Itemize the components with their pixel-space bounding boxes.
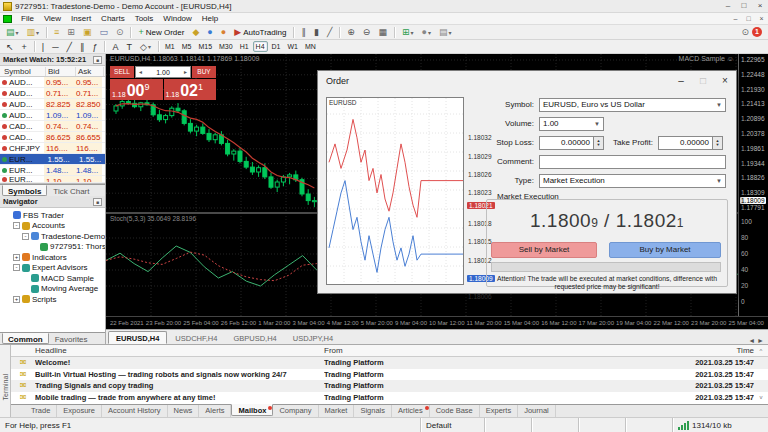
navigator-item-scripts[interactable]: + Scripts: [0, 294, 105, 305]
navigator-tab-common[interactable]: Common: [2, 333, 49, 344]
column-headline[interactable]: Headline: [35, 346, 324, 355]
label-tool[interactable]: T: [123, 40, 137, 53]
terminal-tab-trade[interactable]: Trade: [25, 405, 57, 417]
chart-tab-eurusd-h4[interactable]: EURUSD,H4: [108, 331, 167, 344]
tree-expander-icon[interactable]: -: [22, 233, 29, 240]
news-row[interactable]: ✉ Built-in Virtual Hosting — trading rob…: [11, 369, 768, 381]
strategy-tester-toggle[interactable]: ⊙: [112, 26, 128, 39]
type-select[interactable]: Market Execution▼: [539, 174, 726, 188]
volume-increase-icon[interactable]: ►: [181, 69, 190, 75]
terminal-side-tab[interactable]: Terminal: [0, 345, 11, 417]
metaeditor-button[interactable]: ◆: [188, 26, 203, 39]
order-dialog-titlebar[interactable]: Order – □ ×: [318, 71, 736, 91]
market-watch-menu-button[interactable]: ■: [93, 56, 102, 64]
menu-help[interactable]: Help: [197, 14, 223, 23]
news-row[interactable]: ✉ Welcome!Trading Platform 2021.03.25 15…: [11, 357, 768, 369]
menu-window[interactable]: Window: [158, 14, 196, 23]
vertical-line-tool[interactable]: |: [38, 40, 48, 53]
terminal-tab-code-base[interactable]: Code Base: [430, 405, 480, 417]
arrows-tool[interactable]: ◇▾: [136, 40, 155, 53]
column-bid[interactable]: Bid: [46, 67, 76, 76]
channel-tool[interactable]: ∥: [76, 40, 89, 53]
child-close-button[interactable]: ×: [755, 15, 768, 22]
one-click-ask-price[interactable]: 1.18021: [164, 79, 217, 100]
tree-expander-icon[interactable]: +: [13, 254, 20, 261]
market-watch-row[interactable]: AUD... 82.82582.850: [0, 99, 105, 110]
chart-tab-gbpusd-h4[interactable]: GBPUSD,H4: [225, 331, 284, 344]
navigator-item-moving-average[interactable]: Moving Average: [0, 284, 105, 295]
market-watch-row[interactable]: AUD... 1.09...1.09...: [0, 110, 105, 121]
menu-view[interactable]: View: [39, 14, 66, 23]
news-row[interactable]: ✉ Mobile trading — trade from anywhere a…: [11, 392, 768, 404]
stop-loss-input[interactable]: 0.00000: [539, 136, 594, 150]
navigator-item-fbs-trader[interactable]: FBS Trader: [0, 210, 105, 221]
terminal-toggle[interactable]: ▭: [95, 26, 112, 39]
ea-smiley-icon[interactable]: ☺: [727, 55, 734, 62]
text-tool[interactable]: A: [108, 40, 122, 53]
market-watch-row[interactable]: EUR... 1.55...1.55...: [0, 154, 105, 165]
tile-windows-button[interactable]: ▦: [374, 26, 391, 39]
menu-tools[interactable]: Tools: [130, 14, 159, 23]
menu-charts[interactable]: Charts: [96, 14, 130, 23]
menu-file[interactable]: File: [16, 14, 39, 23]
price-axis[interactable]: 1.229651.224481.219301.214131.208961.203…: [738, 54, 768, 316]
terminal-tab-experts[interactable]: Experts: [480, 405, 518, 417]
scroll-up-icon[interactable]: ^: [754, 348, 768, 354]
market-watch-row[interactable]: EUR... 1.48...1.48...: [0, 165, 105, 176]
navigator-item-indicators[interactable]: + Indicators: [0, 252, 105, 263]
periods-button[interactable]: ●▾: [417, 26, 434, 39]
tree-expander-icon[interactable]: -: [13, 222, 20, 229]
market-watch-tab-tick-chart[interactable]: Tick Chart: [47, 185, 95, 196]
volume-combo[interactable]: 1.00▼: [539, 117, 604, 131]
navigator-menu-button[interactable]: ■: [93, 198, 102, 206]
symbol-select[interactable]: EURUSD, Euro vs US Dollar▼: [539, 98, 726, 112]
market-watch-row[interactable]: EUR... 1.10...1.10...: [0, 176, 105, 183]
terminal-tab-exposure[interactable]: Exposure: [57, 405, 102, 417]
restore-button[interactable]: □: [736, 0, 752, 12]
timeframe-h1[interactable]: H1: [237, 41, 252, 52]
indicators-button[interactable]: ⊞▾: [398, 26, 418, 39]
comment-input[interactable]: [539, 155, 726, 169]
timeframe-m1[interactable]: M1: [162, 41, 178, 52]
navigator-item-tradestone-demo[interactable]: - Tradestone-Demo: [0, 231, 105, 242]
timeframe-w1[interactable]: W1: [285, 41, 302, 52]
data-window-toggle[interactable]: ⊞: [63, 26, 79, 39]
news-row[interactable]: ✉ Trading Signals and copy tradingTradin…: [11, 380, 768, 392]
candlestick-chart-button[interactable]: ▮: [310, 26, 323, 39]
terminal-tab-signals[interactable]: Signals: [354, 405, 392, 417]
market-watch-row[interactable]: CHFJPY 116....116....: [0, 143, 105, 154]
navigator-item-9727951-thorste[interactable]: 9727951: Thorste: [0, 242, 105, 253]
volume-decrease-icon[interactable]: ◄: [136, 69, 145, 75]
chart-tab-usdchf-h4[interactable]: USDCHF,H4: [167, 331, 225, 344]
community-icon[interactable]: ●: [217, 26, 230, 39]
profiles-button[interactable]: ▥▾: [23, 26, 44, 39]
cursor-tool[interactable]: ↖: [2, 40, 18, 53]
crosshair-tool[interactable]: +: [18, 40, 31, 53]
market-watch-tab-symbols[interactable]: Symbols: [2, 185, 47, 196]
tabs-scroll-left-icon[interactable]: ◄: [748, 337, 755, 344]
status-connection[interactable]: 1314/10 kb: [672, 418, 768, 432]
timeframe-m30[interactable]: M30: [216, 41, 236, 52]
bar-chart-button[interactable]: ∥: [297, 26, 310, 39]
tabs-scroll-right-icon[interactable]: ►: [757, 337, 764, 344]
one-click-volume-stepper[interactable]: ◄1.00►: [135, 66, 191, 78]
navigator-tab-favorites[interactable]: Favorites: [49, 333, 94, 344]
fibonacci-tool[interactable]: ƒ: [88, 40, 101, 53]
market-watch-row[interactable]: CAD... 86.62586.655: [0, 132, 105, 143]
navigator-toggle[interactable]: ▣: [79, 26, 96, 39]
chart-tab-usdjpy-h4[interactable]: USDJPY,H4: [285, 331, 341, 344]
take-profit-input[interactable]: 0.00000: [658, 136, 713, 150]
timeframe-m15[interactable]: M15: [195, 41, 215, 52]
close-button[interactable]: ×: [752, 0, 768, 12]
navigator-item-accounts[interactable]: - Accounts: [0, 221, 105, 232]
zoom-in-button[interactable]: ⊕: [343, 26, 359, 39]
column-from[interactable]: From: [324, 346, 654, 355]
time-axis[interactable]: 22 Feb 202123 Feb 20:0025 Feb 04:0026 Fe…: [106, 316, 768, 329]
terminal-tab-journal[interactable]: Journal: [518, 405, 556, 417]
notification-badge[interactable]: 1: [752, 27, 762, 37]
terminal-tab-company[interactable]: Company: [273, 405, 318, 417]
minimize-button[interactable]: –: [720, 0, 736, 12]
one-click-sell-button[interactable]: SELL: [110, 66, 134, 78]
terminal-tab-market[interactable]: Market: [319, 405, 355, 417]
tree-expander-icon[interactable]: -: [13, 264, 20, 271]
